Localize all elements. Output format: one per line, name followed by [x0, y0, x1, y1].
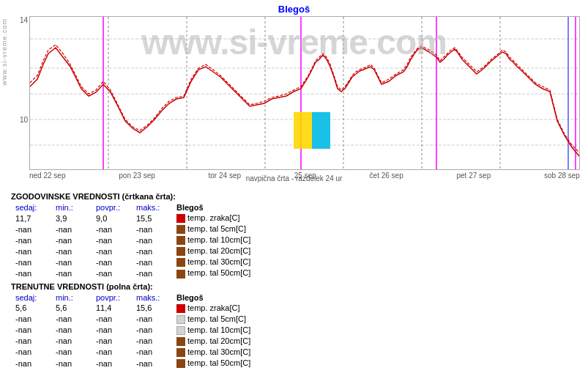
curr-col-maks: maks.:	[132, 292, 172, 303]
curr-col-sedaj: sedaj:	[11, 292, 51, 303]
hist-col-maks: maks.:	[132, 202, 172, 213]
curr-r0-sedaj: 5,6	[11, 303, 51, 314]
y-axis: 14 10	[6, 16, 28, 170]
curr-r4-sedaj: -nan	[11, 347, 51, 358]
hist-r5-sedaj: -nan	[11, 268, 51, 279]
curr-r1-legend: temp. tal 5cm[C]	[172, 314, 255, 325]
curr-r3-sedaj: -nan	[11, 336, 51, 347]
curr-r5-maks: -nan	[132, 358, 172, 369]
hist-r1-sedaj: -nan	[11, 224, 51, 235]
curr-r4-legend: temp. tal 30cm[C]	[172, 347, 255, 358]
curr-col-min: min.:	[51, 292, 92, 303]
hist-r1-min: -nan	[51, 224, 92, 235]
y-label-14: 14	[20, 16, 28, 24]
historical-row-4: -nan -nan -nan -nan temp. tal 30cm[C]	[11, 257, 255, 268]
x-label-7: sob 28 sep	[544, 172, 580, 180]
curr-r4-povpr: -nan	[92, 347, 132, 358]
current-row-3: -nan -nan -nan -nan temp. tal 20cm[C]	[11, 336, 255, 347]
hist-r2-legend: temp. tal 10cm[C]	[172, 235, 255, 246]
hist-r1-legend: temp. tal 5cm[C]	[172, 224, 255, 235]
current-row-1: -nan -nan -nan -nan temp. tal 5cm[C]	[11, 314, 255, 325]
curr-r3-legend: temp. tal 20cm[C]	[172, 336, 255, 347]
curr-r0-povpr: 11,4	[92, 303, 132, 314]
curr-r2-min: -nan	[51, 325, 92, 336]
curr-r4-min: -nan	[51, 347, 92, 358]
hist-r0-sedaj: 11,7	[11, 213, 51, 224]
current-title: TRENUTNE VREDNOSTI (polna črta):	[11, 282, 577, 291]
hist-r5-min: -nan	[51, 268, 92, 279]
hist-r2-maks: -nan	[132, 235, 172, 246]
curr-r1-maks: -nan	[132, 314, 172, 325]
hist-r5-povpr: -nan	[92, 268, 132, 279]
curr-r3-min: -nan	[51, 336, 92, 347]
curr-r2-sedaj: -nan	[11, 325, 51, 336]
hist-r1-maks: -nan	[132, 224, 172, 235]
data-section: ZGODOVINSKE VREDNOSTI (črtkana črta): se…	[0, 185, 588, 375]
curr-col-povpr: povpr.:	[92, 292, 132, 303]
hist-r4-maks: -nan	[132, 257, 172, 268]
current-row-4: -nan -nan -nan -nan temp. tal 30cm[C]	[11, 347, 255, 358]
hist-r5-legend: temp. tal 50cm[C]	[172, 268, 255, 279]
hist-r2-sedaj: -nan	[11, 235, 51, 246]
historical-table: sedaj: min.: povpr.: maks.: Blegoš 11,7 …	[11, 202, 255, 279]
curr-r1-min: -nan	[51, 314, 92, 325]
x-label-5: čet 26 sep	[370, 172, 403, 180]
hist-legend-label: Blegoš	[172, 202, 255, 213]
hist-r0-legend: temp. zraka[C]	[172, 213, 255, 224]
hist-r0-maks: 15,5	[132, 213, 172, 224]
curr-r3-povpr: -nan	[92, 336, 132, 347]
curr-legend-label: Blegoš	[172, 292, 255, 303]
x-axis: ned 22 sep pon 23 sep tor 24 sep 25 sep …	[29, 170, 580, 180]
x-label-2: pon 23 sep	[119, 172, 155, 180]
current-row-2: -nan -nan -nan -nan temp. tal 10cm[C]	[11, 325, 255, 336]
curr-r5-sedaj: -nan	[11, 358, 51, 369]
historical-row-3: -nan -nan -nan -nan temp. tal 20cm[C]	[11, 246, 255, 257]
curr-r5-min: -nan	[51, 358, 92, 369]
hist-r3-povpr: -nan	[92, 246, 132, 257]
chart-area-wrapper: 14 10	[29, 16, 584, 174]
hist-r3-legend: temp. tal 20cm[C]	[172, 246, 255, 257]
curr-r3-maks: -nan	[132, 336, 172, 347]
hist-r4-min: -nan	[51, 257, 92, 268]
curr-r0-maks: 15,6	[132, 303, 172, 314]
svg-rect-17	[312, 112, 330, 149]
hist-r4-legend: temp. tal 30cm[C]	[172, 257, 255, 268]
chart-svg	[29, 16, 580, 170]
historical-row-2: -nan -nan -nan -nan temp. tal 10cm[C]	[11, 235, 255, 246]
historical-title: ZGODOVINSKE VREDNOSTI (črtkana črta):	[11, 192, 577, 201]
current-header: sedaj: min.: povpr.: maks.: Blegoš	[11, 292, 255, 303]
hist-r3-sedaj: -nan	[11, 246, 51, 257]
hist-r4-povpr: -nan	[92, 257, 132, 268]
curr-r0-min: 5,6	[51, 303, 92, 314]
curr-r2-povpr: -nan	[92, 325, 132, 336]
curr-r5-legend: temp. tal 50cm[C]	[172, 358, 255, 369]
historical-section: ZGODOVINSKE VREDNOSTI (črtkana črta): se…	[11, 192, 577, 369]
hist-r5-maks: -nan	[132, 268, 172, 279]
x-label-1: ned 22 sep	[29, 172, 66, 180]
chart-title: Blegoš	[0, 0, 588, 16]
curr-r1-sedaj: -nan	[11, 314, 51, 325]
curr-r2-maks: -nan	[132, 325, 172, 336]
curr-r5-povpr: -nan	[92, 358, 132, 369]
hist-r4-sedaj: -nan	[11, 257, 51, 268]
curr-r1-povpr: -nan	[92, 314, 132, 325]
current-row-0: 5,6 5,6 11,4 15,6 temp. zraka[C]	[11, 303, 255, 314]
hist-r0-povpr: 9,0	[92, 213, 132, 224]
curr-r2-legend: temp. tal 10cm[C]	[172, 325, 255, 336]
hist-r3-min: -nan	[51, 246, 92, 257]
historical-row-5: -nan -nan -nan -nan temp. tal 50cm[C]	[11, 268, 255, 279]
x-label-6: pet 27 sep	[457, 172, 491, 180]
historical-header: sedaj: min.: povpr.: maks.: Blegoš	[11, 202, 255, 213]
hist-col-min: min.:	[51, 202, 92, 213]
curr-r0-legend: temp. zraka[C]	[172, 303, 255, 314]
hist-r2-min: -nan	[51, 235, 92, 246]
hist-r0-min: 3,9	[51, 213, 92, 224]
hist-col-sedaj: sedaj:	[11, 202, 51, 213]
historical-row-1: -nan -nan -nan -nan temp. tal 5cm[C]	[11, 224, 255, 235]
x-label-4: 25 sep	[294, 172, 316, 180]
historical-row-0: 11,7 3,9 9,0 15,5 temp. zraka[C]	[11, 213, 255, 224]
current-row-5: -nan -nan -nan -nan temp. tal 50cm[C]	[11, 358, 255, 369]
chart-container: Blegoš www.si-vreme.com www.si-vreme.com…	[0, 0, 588, 387]
hist-r3-maks: -nan	[132, 246, 172, 257]
x-label-3: tor 24 sep	[209, 172, 241, 180]
